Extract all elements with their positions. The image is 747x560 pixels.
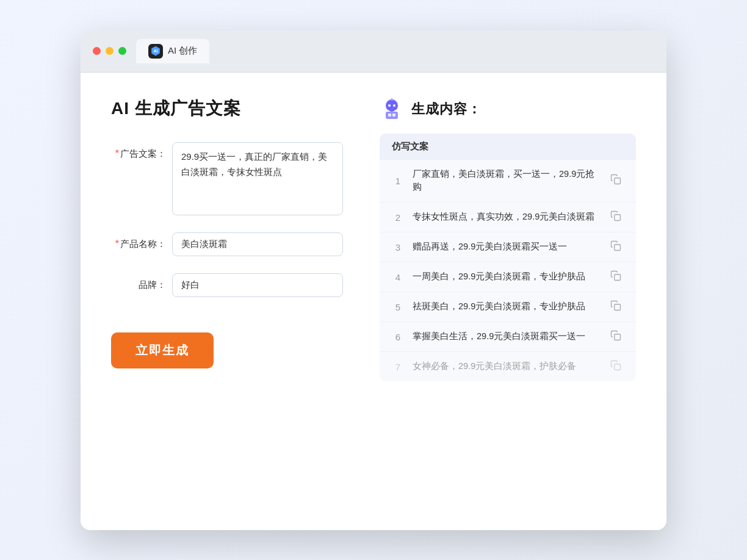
page-title: AI 生成广告文案 bbox=[111, 97, 343, 120]
brand-label: 品牌： bbox=[111, 273, 166, 291]
row-number-6: 6 bbox=[392, 332, 404, 342]
svg-rect-10 bbox=[615, 215, 621, 221]
svg-rect-7 bbox=[388, 113, 391, 117]
browser-content: AI 生成广告文案 * 广告文案： * 产品名称： 品牌 bbox=[81, 73, 666, 530]
result-header: 生成内容： bbox=[380, 97, 636, 121]
ad-copy-required: * bbox=[115, 148, 119, 159]
robot-icon bbox=[380, 97, 404, 121]
svg-point-3 bbox=[393, 104, 395, 107]
tab-label: AI 创作 bbox=[168, 45, 197, 57]
result-row-5: 5 祛斑美白，29.9元美白淡斑霜，专业护肤品 bbox=[380, 292, 636, 322]
maximize-button[interactable] bbox=[118, 47, 126, 55]
traffic-lights bbox=[93, 47, 126, 55]
close-button[interactable] bbox=[93, 47, 101, 55]
ad-copy-row: * 广告文案： bbox=[111, 142, 343, 215]
ai-tab[interactable]: AI AI 创作 bbox=[136, 39, 209, 63]
row-number-2: 2 bbox=[392, 212, 404, 223]
ad-copy-input[interactable] bbox=[172, 142, 343, 215]
result-row-3: 3 赠品再送，29.9元美白淡斑霜买一送一 bbox=[380, 232, 636, 262]
copy-icon-6[interactable] bbox=[610, 330, 624, 343]
svg-rect-6 bbox=[386, 112, 398, 119]
minimize-button[interactable] bbox=[106, 47, 114, 55]
result-row-2: 2 专抹女性斑点，真实功效，29.9元美白淡斑霜 bbox=[380, 203, 636, 232]
row-text-7: 女神必备，29.9元美白淡斑霜，护肤必备 bbox=[413, 360, 602, 373]
result-row-1: 1 厂家直销，美白淡斑霜，买一送一，29.9元抢购 bbox=[380, 160, 636, 203]
result-table-header: 仿写文案 bbox=[380, 134, 636, 160]
copy-icon-3[interactable] bbox=[610, 240, 624, 254]
svg-rect-13 bbox=[615, 304, 621, 311]
row-text-1: 厂家直销，美白淡斑霜，买一送一，29.9元抢购 bbox=[413, 168, 602, 195]
row-text-4: 一周美白，29.9元美白淡斑霜，专业护肤品 bbox=[413, 270, 602, 284]
row-text-3: 赠品再送，29.9元美白淡斑霜买一送一 bbox=[413, 240, 602, 254]
row-number-7: 7 bbox=[392, 362, 404, 372]
svg-rect-8 bbox=[392, 113, 395, 117]
copy-icon-1[interactable] bbox=[610, 174, 624, 187]
svg-rect-11 bbox=[615, 245, 621, 251]
result-table: 仿写文案 1 厂家直销，美白淡斑霜，买一送一，29.9元抢购 2 专抹女性斑点，… bbox=[380, 134, 636, 382]
ai-logo-icon: AI bbox=[148, 44, 163, 59]
result-row-4: 4 一周美白，29.9元美白淡斑霜，专业护肤品 bbox=[380, 262, 636, 292]
result-row-7: 7 女神必备，29.9元美白淡斑霜，护肤必备 bbox=[380, 352, 636, 381]
right-panel: 生成内容： 仿写文案 1 厂家直销，美白淡斑霜，买一送一，29.9元抢购 2 bbox=[380, 97, 636, 506]
ad-copy-label: * 广告文案： bbox=[111, 142, 166, 160]
row-text-5: 祛斑美白，29.9元美白淡斑霜，专业护肤品 bbox=[413, 300, 602, 314]
row-number-5: 5 bbox=[392, 302, 404, 312]
copy-icon-5[interactable] bbox=[610, 300, 624, 314]
svg-point-5 bbox=[391, 98, 393, 101]
svg-rect-15 bbox=[615, 364, 621, 370]
svg-rect-14 bbox=[615, 334, 621, 340]
product-name-label: * 产品名称： bbox=[111, 232, 166, 250]
browser-titlebar: AI AI 创作 bbox=[81, 31, 666, 73]
row-text-6: 掌握美白生活，29.9元美白淡斑霜买一送一 bbox=[413, 330, 602, 343]
copy-icon-2[interactable] bbox=[610, 210, 624, 224]
result-row-6: 6 掌握美白生活，29.9元美白淡斑霜买一送一 bbox=[380, 322, 636, 352]
svg-rect-9 bbox=[615, 178, 621, 184]
row-number-4: 4 bbox=[392, 272, 404, 282]
row-number-1: 1 bbox=[392, 176, 404, 186]
product-required: * bbox=[115, 239, 119, 249]
copy-icon-7[interactable] bbox=[610, 360, 624, 373]
product-name-row: * 产品名称： bbox=[111, 232, 343, 256]
brand-input[interactable] bbox=[172, 273, 343, 297]
generate-button[interactable]: 立即生成 bbox=[111, 332, 214, 368]
svg-point-2 bbox=[388, 104, 391, 107]
copy-icon-4[interactable] bbox=[610, 270, 624, 284]
left-panel: AI 生成广告文案 * 广告文案： * 产品名称： 品牌 bbox=[111, 97, 343, 506]
svg-rect-12 bbox=[615, 275, 621, 281]
result-title: 生成内容： bbox=[411, 100, 482, 118]
row-number-3: 3 bbox=[392, 242, 404, 253]
product-name-input[interactable] bbox=[172, 232, 343, 256]
brand-row: 品牌： bbox=[111, 273, 343, 297]
browser-window: AI AI 创作 AI 生成广告文案 * 广告文案： * 产品名称： bbox=[81, 31, 666, 530]
row-text-2: 专抹女性斑点，真实功效，29.9元美白淡斑霜 bbox=[413, 210, 602, 224]
